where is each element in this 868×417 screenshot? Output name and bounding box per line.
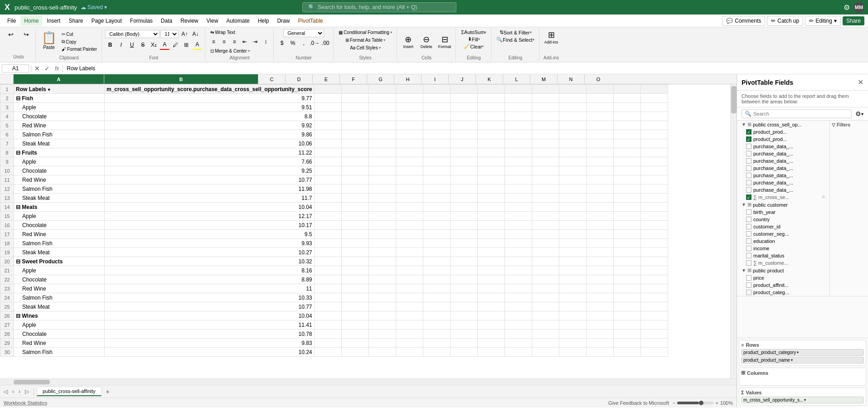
cell-empty[interactable]	[559, 184, 586, 194]
table-row[interactable]: 27Apple11.41	[0, 320, 668, 330]
table-row[interactable]: 7Steak Meat10.06	[0, 139, 668, 148]
menu-data[interactable]: Data	[157, 16, 176, 26]
cell-empty[interactable]	[504, 248, 532, 257]
cell-empty[interactable]	[640, 85, 668, 94]
col-header-M[interactable]: M	[530, 74, 558, 84]
col-header-H[interactable]: H	[394, 74, 422, 84]
cell-empty[interactable]	[532, 166, 559, 175]
cell-empty[interactable]	[504, 139, 532, 148]
cell-empty[interactable]	[640, 266, 668, 275]
cell-empty[interactable]	[369, 112, 396, 121]
sheet-tab-main[interactable]: public_cross-sell-affinity	[37, 387, 102, 396]
cell-empty[interactable]	[369, 157, 396, 166]
cell-empty[interactable]	[586, 166, 613, 175]
cell-empty[interactable]	[396, 293, 423, 302]
cell-empty[interactable]	[613, 330, 640, 339]
cell-empty[interactable]	[341, 130, 369, 139]
cell-empty[interactable]	[396, 139, 423, 148]
field-price[interactable]: price	[737, 274, 829, 281]
cell-empty[interactable]	[396, 311, 423, 320]
cell-empty[interactable]	[450, 85, 477, 94]
cell-empty[interactable]	[613, 320, 640, 330]
field-product-affinity[interactable]: product_affinit...	[737, 281, 829, 289]
cell-empty[interactable]	[369, 293, 396, 302]
cell-empty[interactable]	[396, 275, 423, 284]
highlight-button[interactable]: 🖊	[170, 40, 180, 50]
cell-empty[interactable]	[559, 203, 586, 212]
cell-empty[interactable]	[341, 339, 369, 348]
copy-button[interactable]: ⧉ Copy	[60, 38, 99, 45]
cell-empty[interactable]	[369, 212, 396, 221]
cell-empty[interactable]	[559, 94, 586, 103]
cell-empty[interactable]	[640, 103, 668, 112]
cell-empty[interactable]	[504, 148, 532, 157]
cell-empty[interactable]	[504, 284, 532, 293]
cell-empty[interactable]	[477, 239, 504, 248]
cell-empty[interactable]	[396, 212, 423, 221]
grid-scroll-area[interactable]: 1Row Labels▼m_cross_sell_opportunity_sco…	[0, 84, 737, 378]
cell-empty[interactable]	[314, 239, 341, 248]
cell-empty[interactable]	[586, 175, 613, 184]
cell-a[interactable]: Red Wine	[14, 175, 105, 184]
cell-empty[interactable]	[559, 194, 586, 203]
field-purchase-3[interactable]: purchase_data_...	[737, 157, 829, 165]
cell-empty[interactable]	[477, 94, 504, 103]
cell-empty[interactable]	[477, 121, 504, 130]
cell-empty[interactable]	[396, 157, 423, 166]
scroll-thumb[interactable]	[731, 86, 737, 113]
cut-button[interactable]: ✂ Cut	[60, 31, 99, 38]
cell-empty[interactable]	[532, 311, 559, 320]
cell-empty[interactable]	[423, 339, 450, 348]
cell-empty[interactable]	[341, 221, 369, 230]
cell-empty[interactable]	[559, 302, 586, 311]
cell-empty[interactable]	[640, 275, 668, 284]
col-header-D[interactable]: D	[286, 74, 313, 84]
cell-empty[interactable]	[586, 157, 613, 166]
cell-empty[interactable]	[369, 230, 396, 239]
cell-empty[interactable]	[532, 248, 559, 257]
cell-empty[interactable]	[504, 121, 532, 130]
col-header-A[interactable]: A	[14, 74, 104, 84]
cell-empty[interactable]	[369, 148, 396, 157]
cell-empty[interactable]	[477, 330, 504, 339]
cell-empty[interactable]	[559, 339, 586, 348]
cell-empty[interactable]	[423, 320, 450, 330]
cell-empty[interactable]	[423, 330, 450, 339]
cell-empty[interactable]	[640, 212, 668, 221]
cell-empty[interactable]	[586, 103, 613, 112]
cell-empty[interactable]	[314, 157, 341, 166]
cell-a[interactable]: Steak Meat	[14, 248, 105, 257]
cell-empty[interactable]	[450, 330, 477, 339]
cell-a[interactable]: Red Wine	[14, 230, 105, 239]
cell-empty[interactable]	[532, 203, 559, 212]
cell-empty[interactable]	[613, 148, 640, 157]
cell-empty[interactable]	[369, 339, 396, 348]
cell-empty[interactable]	[586, 320, 613, 330]
paste-button[interactable]: 📋 Paste	[39, 29, 59, 54]
col-header-O[interactable]: O	[585, 74, 612, 84]
bold-button[interactable]: B	[105, 40, 115, 50]
cell-empty[interactable]	[477, 212, 504, 221]
cell-empty[interactable]	[450, 148, 477, 157]
cell-empty[interactable]	[341, 203, 369, 212]
table-row[interactable]: 20⊟ Sweet Products10.32	[0, 257, 668, 266]
cell-empty[interactable]	[396, 320, 423, 330]
increase-decimal-button[interactable]: .00	[320, 38, 330, 48]
cell-empty[interactable]	[586, 293, 613, 302]
table-row[interactable]: 19Steak Meat10.27	[0, 248, 668, 257]
cell-empty[interactable]	[314, 339, 341, 348]
cell-b[interactable]: 9.77	[105, 94, 315, 103]
cell-b[interactable]: 10.77	[105, 302, 315, 311]
cell-empty[interactable]	[477, 348, 504, 357]
cell-a[interactable]: Chocolate	[14, 330, 105, 339]
cell-empty[interactable]	[341, 284, 369, 293]
tree-group-3[interactable]: ▼ ⊞ public product	[737, 267, 829, 274]
cell-reference-input[interactable]	[2, 64, 29, 73]
cancel-formula-button[interactable]: ✕	[33, 65, 41, 72]
cell-styles-button[interactable]: Aa Cell Styles ▾	[348, 44, 382, 51]
autosum-button[interactable]: Σ AutoSum ▾	[459, 29, 488, 35]
field-product-prod-1[interactable]: product_prod...	[737, 128, 829, 136]
cell-empty[interactable]	[559, 257, 586, 266]
table-row[interactable]: 5Red Wine9.92	[0, 121, 668, 130]
cell-a[interactable]: Apple	[14, 266, 105, 275]
